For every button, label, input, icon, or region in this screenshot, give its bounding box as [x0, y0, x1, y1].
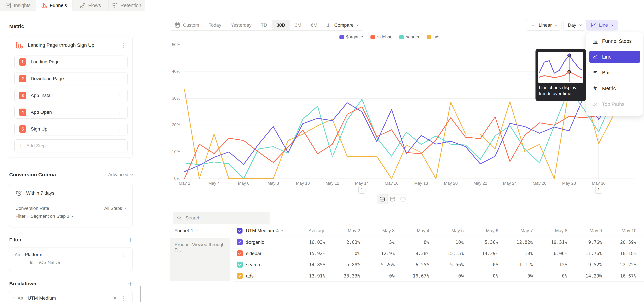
chart-type-dropdown[interactable]: Line: [586, 20, 618, 30]
tab-insights[interactable]: Insights: [0, 0, 36, 11]
series-search[interactable]: [184, 89, 614, 179]
range-option-7d[interactable]: 7D: [256, 20, 272, 30]
date-column-header[interactable]: May 10: [602, 226, 636, 236]
kebab-menu-icon[interactable]: ⋮: [116, 126, 124, 132]
funnel-column-header[interactable]: Funnel 1: [174, 226, 198, 236]
range-option-yesterday[interactable]: Yesterday: [226, 20, 256, 30]
annotation-badge[interactable]: 1: [358, 186, 366, 194]
compare-button[interactable]: Compare: [330, 20, 363, 30]
series-ads[interactable]: [184, 90, 614, 179]
metric-hash-icon: #: [592, 85, 598, 92]
add-filter-button[interactable]: +: [128, 237, 132, 242]
date-column-header[interactable]: May 8: [533, 226, 567, 236]
range-option-custom[interactable]: Custom: [170, 20, 204, 30]
kebab-menu-icon[interactable]: ⋮: [120, 42, 128, 48]
split-view-button[interactable]: [377, 194, 388, 204]
menu-item-line[interactable]: Line: [589, 51, 640, 63]
sidebar: Metric Landing Page through Sign Up ⋮ 1 …: [0, 11, 142, 302]
kebab-menu-icon[interactable]: ⋮: [116, 59, 124, 65]
legend-item[interactable]: search: [399, 34, 419, 40]
tab-funnels[interactable]: Funnels: [36, 0, 72, 11]
date-column-header[interactable]: May 4: [394, 226, 429, 236]
menu-item-funnel-steps[interactable]: Funnel Steps: [589, 35, 640, 47]
range-option-30d[interactable]: 30D: [272, 20, 290, 30]
table-row[interactable]: search 14.85% 5.88%5.26%6.25%5.56%0%11.1…: [234, 259, 644, 270]
average-value: 16.03%: [287, 236, 325, 248]
range-option-3m[interactable]: 3M: [290, 20, 306, 30]
y-axis-tick: 50%: [163, 42, 180, 47]
range-option-6m[interactable]: 6M: [306, 20, 322, 30]
funnel-step[interactable]: 5 Sign Up ⋮: [14, 123, 128, 136]
granularity-dropdown[interactable]: Day: [563, 20, 586, 30]
menu-item-bar[interactable]: Bar: [589, 66, 640, 79]
chevron-down-icon: [124, 207, 127, 210]
menu-item-label: Top Paths: [602, 101, 624, 107]
add-step-button[interactable]: + Add Step: [14, 140, 128, 152]
advanced-dropdown[interactable]: Advanced: [108, 172, 132, 177]
date-column-header[interactable]: May 5: [429, 226, 464, 236]
tab-flows[interactable]: Flows: [72, 0, 109, 11]
chevron-down-icon: [611, 23, 614, 26]
drag-handle-icon[interactable]: ≡: [12, 296, 15, 301]
table-only-view-button[interactable]: [398, 194, 408, 204]
funnel-step[interactable]: 1 Landing Page ⋮: [14, 56, 128, 68]
legend-item[interactable]: $organic: [340, 34, 363, 40]
legend-label: sidebar: [377, 34, 392, 40]
menu-item-metric[interactable]: # Metric: [589, 82, 640, 94]
kebab-menu-icon[interactable]: ⋮: [120, 295, 128, 301]
check-icon: [238, 274, 242, 278]
kebab-menu-icon[interactable]: ⋮: [116, 76, 124, 82]
cell-value: 0%: [429, 270, 464, 282]
conversion-rate-dropdown[interactable]: All Steps: [104, 206, 126, 211]
legend-item[interactable]: ads: [427, 34, 440, 40]
row-checkbox[interactable]: [237, 250, 243, 256]
kebab-menu-icon[interactable]: ⋮: [120, 252, 128, 258]
annotation-badge[interactable]: 1: [595, 186, 602, 194]
table-row[interactable]: sidebar 15.92% 0%12.9%9.38%15.15%14.29%1…: [234, 248, 644, 259]
scale-dropdown[interactable]: Linear: [526, 20, 562, 30]
tooltip-text: Line charts display trends over time.: [539, 85, 583, 97]
date-column-header[interactable]: May 6: [464, 226, 498, 236]
legend-item[interactable]: sidebar: [370, 34, 392, 40]
cell-value: 5.88%: [326, 259, 360, 270]
cell-value: 12.9%: [360, 248, 394, 259]
range-option-today[interactable]: Today: [204, 20, 226, 30]
date-column-header[interactable]: May 9: [567, 226, 602, 236]
step-number-badge: 4: [19, 108, 26, 116]
add-breakdown-button[interactable]: +: [128, 281, 132, 286]
remove-breakdown-icon[interactable]: ✕: [113, 295, 117, 301]
kebab-menu-icon[interactable]: ⋮: [116, 92, 124, 98]
segment-column-header[interactable]: UTM Medium 4: [237, 226, 283, 236]
tab-retention[interactable]: Retention: [108, 0, 145, 11]
menu-item-top-paths[interactable]: Top Paths: [589, 98, 640, 110]
breakdown-property[interactable]: UTM Medium: [28, 296, 56, 301]
table-search[interactable]: [173, 212, 270, 224]
filter-value[interactable]: iOS Native: [39, 260, 60, 265]
average-value: 13.91%: [287, 270, 325, 282]
table-row[interactable]: $organic 16.03% 2.63%5%8%10%5.36%12.82%1…: [234, 236, 644, 248]
x-axis-tick: May 18: [408, 181, 434, 186]
kebab-menu-icon[interactable]: ⋮: [116, 110, 124, 115]
funnel-step[interactable]: 4 App Open ⋮: [14, 106, 128, 118]
row-checkbox[interactable]: [237, 239, 243, 245]
conversion-window-row[interactable]: Within 7 days: [10, 184, 132, 202]
search-input[interactable]: [186, 215, 259, 221]
sidebar-scrollbar[interactable]: [140, 286, 141, 302]
filter-operator[interactable]: Is: [30, 260, 33, 265]
table-row[interactable]: ads 13.91% 33.33%0%16.67%0%0%0%0%14.29%1…: [234, 270, 644, 282]
date-column-header[interactable]: May 2: [326, 226, 360, 236]
date-range-group: Custom Today Yesterday 7D 30D 3M 6M 12M: [170, 20, 341, 30]
date-column-header[interactable]: May 3: [360, 226, 394, 236]
filter-segment-dropdown[interactable]: Filter + Segment on Step 1: [16, 214, 74, 219]
funnel-group-cell[interactable]: Product Viewed through P...: [170, 238, 230, 281]
chart-only-view-button[interactable]: [388, 194, 398, 204]
row-checkbox[interactable]: [237, 273, 243, 279]
filter-property[interactable]: Platform: [25, 252, 42, 257]
series-organic[interactable]: [184, 97, 614, 172]
row-checkbox[interactable]: [237, 262, 243, 268]
y-axis-tick: 30%: [163, 96, 180, 101]
date-column-header[interactable]: May 7: [498, 226, 533, 236]
select-all-checkbox[interactable]: [237, 228, 242, 234]
funnel-step[interactable]: 2 Download Page ⋮: [14, 72, 128, 85]
funnel-step[interactable]: 3 App Install ⋮: [14, 89, 128, 102]
